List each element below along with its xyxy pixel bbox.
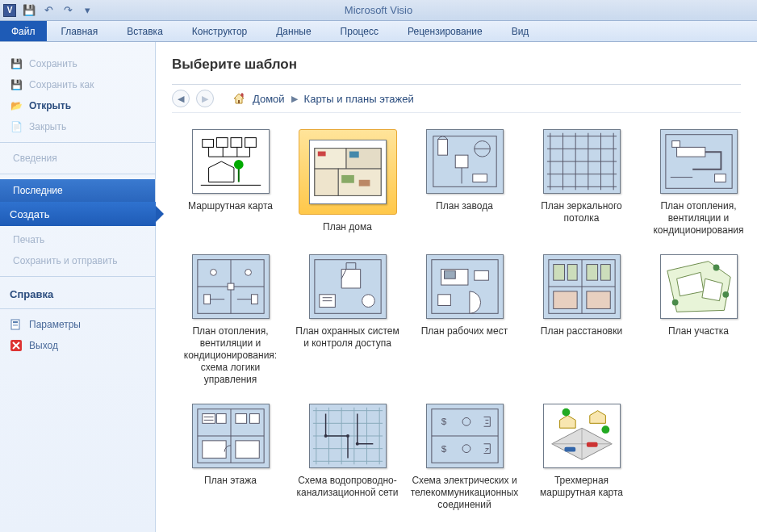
svg-rect-80	[553, 265, 564, 281]
svg-point-69	[362, 295, 374, 308]
qat-undo-icon[interactable]: ↶	[42, 4, 55, 17]
sidebar-create[interactable]: Создать	[0, 202, 156, 226]
sidebar-options[interactable]: Параметры	[0, 314, 155, 335]
sidebar-help-heading[interactable]: Справка	[0, 282, 155, 304]
svg-rect-126	[564, 447, 575, 452]
template-layout-plan[interactable]: План расстановки	[523, 251, 640, 389]
svg-point-123	[562, 408, 570, 417]
breadcrumb-bar: ◀ ▶ Домой ▶ Карты и планы этажей	[172, 84, 741, 113]
svg-rect-22	[317, 152, 325, 157]
svg-rect-100	[235, 441, 258, 459]
tab-view[interactable]: Вид	[497, 21, 544, 41]
sidebar-close[interactable]: 📄 Закрыть	[0, 116, 155, 137]
sidebar-close-label: Закрыть	[29, 121, 66, 132]
svg-point-86	[671, 300, 678, 306]
template-3d-route[interactable]: Трехмерная маршрутная карта	[523, 400, 640, 514]
tab-home[interactable]: Главная	[47, 21, 113, 41]
home-icon[interactable]	[232, 91, 246, 106]
template-thumb-wrap	[426, 129, 504, 194]
template-thumb-wrap	[660, 129, 738, 194]
nav-back-button[interactable]: ◀	[172, 90, 190, 107]
template-thumbnail	[426, 129, 504, 194]
template-label: План охранных систем и контроля доступа	[292, 325, 403, 350]
tab-file[interactable]: Файл	[0, 21, 47, 41]
sidebar-info-label: Сведения	[13, 153, 57, 164]
save-icon: 💾	[10, 57, 23, 70]
svg-rect-99	[202, 441, 225, 459]
template-thumb-wrap	[426, 254, 504, 319]
sidebar-recent[interactable]: Последние	[0, 179, 155, 202]
template-thumb-wrap	[543, 129, 621, 194]
svg-rect-83	[600, 265, 610, 281]
template-thumb-wrap	[543, 404, 621, 468]
sidebar-options-label: Параметры	[29, 319, 81, 330]
template-label: Схема электрических и телекоммуникационн…	[409, 475, 520, 511]
sidebar-info[interactable]: Сведения	[0, 148, 155, 169]
template-label: План участка	[668, 325, 729, 337]
template-label: План дома	[323, 221, 372, 233]
template-electrical[interactable]: $$ Схема электрических и телекоммуникаци…	[406, 400, 523, 514]
qat-dropdown-icon[interactable]: ▾	[81, 4, 94, 17]
sidebar-save-label: Сохранить	[29, 58, 77, 69]
template-hvac-logic[interactable]: План отопления, вентиляции и кондиционир…	[172, 251, 289, 389]
sidebar-save-send[interactable]: Сохранить и отправить	[0, 250, 155, 271]
svg-rect-8	[231, 138, 242, 148]
tab-review[interactable]: Рецензирование	[393, 21, 497, 41]
svg-rect-23	[349, 152, 358, 158]
template-label: План отопления, вентиляции и кондиционир…	[643, 200, 754, 237]
sidebar-save[interactable]: 💾 Сохранить	[0, 53, 155, 74]
template-label: План зеркального потолка	[526, 200, 637, 224]
template-workspace-plan[interactable]: План рабочих мест	[406, 251, 523, 389]
tab-process[interactable]: Процесс	[326, 21, 393, 41]
template-factory-plan[interactable]: План завода	[406, 126, 523, 240]
backstage-sidebar: 💾 Сохранить 💾 Сохранить как 📂 Открыть 📄 …	[0, 42, 156, 532]
qat-save-icon[interactable]: 💾	[23, 4, 36, 17]
svg-rect-48	[676, 147, 705, 157]
close-icon: 📄	[10, 120, 23, 133]
svg-rect-75	[437, 295, 450, 306]
template-floor-plan[interactable]: План этажа	[172, 400, 289, 514]
svg-rect-18	[314, 149, 345, 169]
exit-icon	[10, 339, 23, 352]
sidebar-print[interactable]: Печать	[0, 229, 155, 250]
sidebar-open[interactable]: 📂 Открыть	[0, 95, 155, 116]
template-label: Маршрутная карта	[188, 200, 273, 212]
sidebar-divider	[0, 308, 155, 309]
ribbon: Файл Главная Вставка Конструктор Данные …	[0, 21, 757, 42]
breadcrumb-home[interactable]: Домой	[253, 93, 285, 105]
template-plumbing[interactable]: Схема водопроводно-канализационной сети	[289, 400, 406, 514]
template-hvac-plan[interactable]: План отопления, вентиляции и кондиционир…	[640, 126, 757, 240]
template-ceiling-plan[interactable]: План зеркального потолка	[523, 126, 640, 240]
svg-point-124	[601, 425, 609, 434]
content-panel: Выберите шаблон ◀ ▶ Домой ▶ Карты и план…	[156, 42, 757, 532]
svg-point-56	[210, 269, 216, 275]
template-thumbnail	[543, 129, 621, 194]
template-house-plan[interactable]: План дома	[289, 126, 406, 240]
template-thumb-wrap	[192, 254, 270, 319]
template-label: План этажа	[204, 475, 257, 487]
template-thumbnail	[192, 404, 270, 468]
qat-redo-icon[interactable]: ↷	[61, 4, 74, 17]
tab-designer[interactable]: Конструктор	[178, 21, 261, 41]
template-label: Схема водопроводно-канализационной сети	[292, 475, 403, 499]
svg-rect-1	[13, 321, 18, 323]
svg-rect-24	[341, 175, 354, 183]
template-security-plan[interactable]: План охранных систем и контроля доступа	[289, 251, 406, 389]
sidebar-recent-label: Последние	[13, 185, 63, 196]
svg-rect-62	[251, 295, 257, 304]
svg-rect-94	[216, 414, 226, 424]
svg-rect-49	[671, 141, 680, 148]
sidebar-divider	[0, 142, 155, 143]
template-thumbnail	[660, 254, 738, 319]
template-thumb-wrap	[309, 404, 387, 468]
svg-point-15	[233, 160, 243, 170]
nav-forward-button[interactable]: ▶	[196, 90, 214, 107]
template-route-map[interactable]: Маршрутная карта	[172, 126, 289, 240]
sidebar-exit[interactable]: Выход	[0, 335, 155, 356]
sidebar-save-as[interactable]: 💾 Сохранить как	[0, 74, 155, 95]
template-site-plan[interactable]: План участка	[640, 251, 757, 389]
tab-insert[interactable]: Вставка	[112, 21, 178, 41]
svg-rect-20	[314, 169, 337, 195]
breadcrumb-category[interactable]: Карты и планы этажей	[304, 93, 414, 105]
tab-data[interactable]: Данные	[261, 21, 325, 41]
